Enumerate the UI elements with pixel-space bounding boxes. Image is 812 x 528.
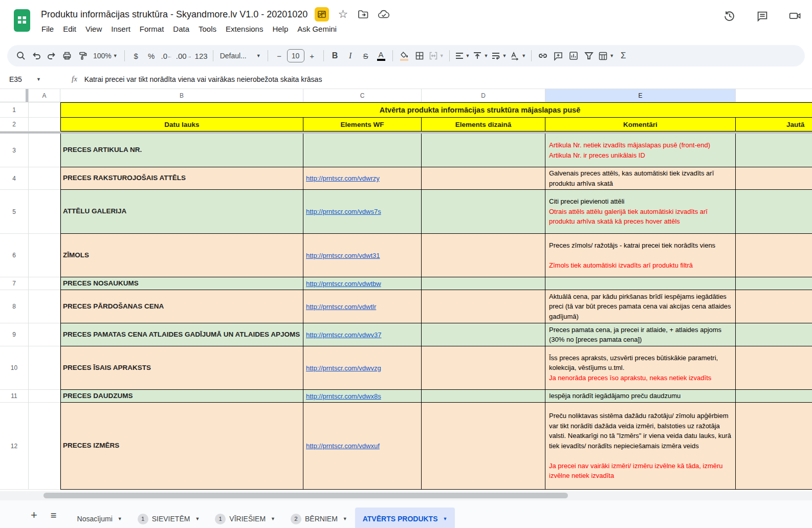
name-box-caret[interactable]: ▼ <box>36 77 41 82</box>
comment-cell[interactable]: Īss preces apraksts, uzsvērti preces būt… <box>545 346 736 390</box>
design-cell[interactable] <box>422 190 545 234</box>
text-rotation-button[interactable]: ▼ <box>508 48 528 63</box>
extra-cell[interactable] <box>736 134 812 167</box>
column-header-f[interactable]: F <box>736 89 812 102</box>
font-size-input[interactable]: 10 <box>287 49 304 62</box>
wf-link-cell[interactable]: http://prntscr.com/vdwx8s <box>303 390 422 403</box>
wf-link-cell[interactable]: http://prntscr.com/vdwtbw <box>303 277 422 290</box>
wf-link-cell[interactable]: http://prntscr.com/vdwv37 <box>303 323 422 346</box>
column-header-e[interactable]: E <box>545 89 736 102</box>
all-sheets-button[interactable]: ≡ <box>51 510 56 521</box>
format-currency-button[interactable]: $ <box>128 48 144 63</box>
wf-link-cell[interactable]: http://prntscr.com/vdwt31 <box>303 234 422 277</box>
menu-file[interactable]: File <box>37 23 58 35</box>
insert-link-button[interactable] <box>535 48 551 63</box>
field-cell[interactable]: PRECES RAKSTUROJOŠAIS ATTĒLS <box>60 167 303 190</box>
field-cell[interactable]: PRECES PAMATAS CENA ATLAIDES GADĪJUMĀ UN… <box>60 323 303 346</box>
wf-link[interactable]: http://prntscr.com/vdwvzg <box>306 364 381 372</box>
italic-button[interactable]: I <box>343 48 358 63</box>
wf-link[interactable]: http://prntscr.com/vdwrzy <box>306 174 380 182</box>
field-cell[interactable]: ZĪMOLS <box>60 234 303 277</box>
cell-a6[interactable] <box>29 234 60 277</box>
vertical-align-button[interactable]: ▼ <box>471 48 490 63</box>
decrease-font-size-button[interactable]: − <box>272 48 287 63</box>
wf-link-cell[interactable]: http://prntscr.com/vdwvzg <box>303 346 422 390</box>
extra-cell[interactable] <box>736 190 812 234</box>
column-header-c[interactable]: C <box>303 89 422 102</box>
design-cell[interactable] <box>422 403 545 490</box>
design-cell[interactable] <box>422 346 545 390</box>
paint-format-button[interactable] <box>75 48 90 63</box>
sheet-tab-vīriešiem[interactable]: 1VĪRIEŠIEM▼ <box>207 508 283 528</box>
increase-font-size-button[interactable]: + <box>304 48 320 63</box>
sheets-logo-icon[interactable] <box>12 8 32 34</box>
menu-extensions[interactable]: Extensions <box>221 23 268 35</box>
cell-a12[interactable] <box>29 403 60 490</box>
column-header-a[interactable]: A <box>29 89 60 102</box>
menu-view[interactable]: View <box>81 23 106 35</box>
fill-color-button[interactable] <box>397 48 412 63</box>
menu-insert[interactable]: Insert <box>106 23 135 35</box>
strikethrough-button[interactable]: S <box>358 48 374 63</box>
row-header-12[interactable]: 12 <box>0 403 29 490</box>
extra-cell[interactable] <box>736 346 812 390</box>
field-cell[interactable]: ATTĒLU GALERIJA <box>60 190 303 234</box>
tab-caret[interactable]: ▼ <box>195 516 200 521</box>
insert-comment-button[interactable] <box>551 48 566 63</box>
sheet-tab-atvērts-produkts[interactable]: ATVĒRTS PRODUKTS▼ <box>355 508 455 528</box>
extra-cell[interactable] <box>736 167 812 190</box>
wf-link-cell[interactable]: http://prntscr.com/vdwtlr <box>303 290 422 323</box>
design-cell[interactable] <box>422 390 545 403</box>
table-header-2[interactable]: Elements WF <box>303 118 422 131</box>
cell-a1[interactable] <box>29 102 60 118</box>
extra-cell[interactable] <box>736 234 812 277</box>
horizontal-scrollbar-thumb[interactable] <box>43 493 568 498</box>
cell-a10[interactable] <box>29 346 60 390</box>
wf-link[interactable]: http://prntscr.com/vdws7s <box>306 208 381 215</box>
row-header-4[interactable]: 4 <box>0 167 29 190</box>
wf-link[interactable]: http://prntscr.com/vdwt31 <box>306 252 380 259</box>
menu-tools[interactable]: Tools <box>194 23 221 35</box>
extra-cell[interactable] <box>736 403 812 490</box>
extra-cell[interactable] <box>736 323 812 346</box>
row-header-1[interactable]: 1 <box>0 102 29 118</box>
sheet-tab-bērniem[interactable]: 2BĒRNIEM▼ <box>283 508 355 528</box>
field-cell[interactable]: PRECES ARTIKULA NR. <box>60 134 303 167</box>
extra-cell[interactable] <box>736 290 812 323</box>
merge-cells-button[interactable]: ▼ <box>427 48 446 63</box>
wf-link-cell[interactable]: http://prntscr.com/vdws7s <box>303 190 422 234</box>
insert-table-button[interactable]: ▼ <box>597 48 616 63</box>
extra-cell[interactable] <box>736 277 812 290</box>
table-header-4[interactable]: Komentāri <box>545 118 736 131</box>
column-header-b[interactable]: B <box>60 89 303 102</box>
comment-cell[interactable]: Aktuālā cena, par kādu pirkšanas brīdī i… <box>545 290 736 323</box>
table-header-5[interactable]: Jautā <box>736 118 812 131</box>
functions-button[interactable]: Σ <box>616 48 631 63</box>
more-formats-button[interactable]: 123 <box>193 48 209 63</box>
banner-cell[interactable]: Atvērta produkta informācijas struktūra … <box>60 102 812 118</box>
cell-a2[interactable] <box>29 118 60 131</box>
create-filter-button[interactable] <box>581 48 597 63</box>
comment-cell[interactable]: Iespēja norādīt iegādājamo preču daudzum… <box>545 390 736 403</box>
comment-cell[interactable]: Artikula Nr. netiek izvadīts mājaslapas … <box>545 134 736 167</box>
horizontal-scrollbar-track[interactable] <box>0 491 812 500</box>
version-history-icon[interactable] <box>723 9 736 23</box>
tab-caret[interactable]: ▼ <box>343 516 347 521</box>
row-header-2[interactable]: 2 <box>0 118 29 131</box>
wf-link[interactable]: http://prntscr.com/vdwx8s <box>306 392 381 400</box>
design-cell[interactable] <box>422 290 545 323</box>
row-header-9[interactable]: 9 <box>0 323 29 346</box>
wf-link[interactable]: http://prntscr.com/vdwtlr <box>306 303 376 311</box>
wf-link-cell[interactable] <box>303 134 422 167</box>
row-header-8[interactable]: 8 <box>0 290 29 323</box>
star-icon[interactable]: ☆ <box>336 8 349 21</box>
video-call-icon[interactable] <box>788 9 802 23</box>
insert-chart-button[interactable] <box>566 48 581 63</box>
wf-link[interactable]: http://prntscr.com/vdwxuf <box>306 442 380 450</box>
bold-button[interactable]: B <box>327 48 343 63</box>
sheet-tab-sievietēm[interactable]: 1SIEVIETĒM▼ <box>130 508 208 528</box>
decrease-decimals-button[interactable]: .0← <box>159 48 174 63</box>
sheet-tab-nosacījumi[interactable]: Nosacījumi▼ <box>70 508 130 528</box>
row-header-6[interactable]: 6 <box>0 234 29 277</box>
search-icon[interactable] <box>13 48 29 63</box>
